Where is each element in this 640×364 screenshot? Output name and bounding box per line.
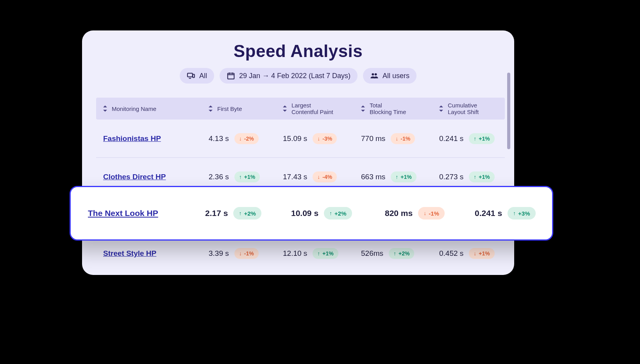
delta-value: +1% bbox=[479, 250, 490, 257]
delta-value: +1% bbox=[479, 174, 490, 180]
date-filter-label: 29 Jan → 4 Feb 2022 (Last 7 Days) bbox=[239, 72, 350, 80]
tbt-value: 526ms bbox=[361, 249, 383, 258]
delta-value: -4% bbox=[322, 174, 332, 180]
col-label: Monitoring Name bbox=[112, 105, 156, 112]
device-filter-label: All bbox=[199, 72, 207, 80]
first-byte-value: 2.36 s bbox=[209, 173, 229, 181]
arrow-down-icon: ↓ bbox=[317, 174, 320, 180]
delta-badge: ↓-2% bbox=[234, 133, 259, 144]
arrow-up-icon: ↑ bbox=[239, 211, 241, 216]
delta-value: +2% bbox=[244, 210, 256, 217]
col-label-line1: Largest bbox=[291, 102, 333, 109]
col-tbt[interactable]: Total Blocking Time bbox=[361, 102, 439, 116]
arrow-down-icon: ↓ bbox=[474, 251, 476, 256]
arrow-up-icon: ↑ bbox=[474, 174, 476, 180]
arrow-up-icon: ↑ bbox=[239, 174, 242, 180]
table-header-row: Monitoring Name First Byte Largest Conte… bbox=[96, 98, 505, 120]
delta-badge: ↓-1% bbox=[391, 133, 415, 144]
delta-badge: ↓-1% bbox=[234, 248, 259, 259]
first-byte-value: 4.13 s bbox=[209, 134, 229, 143]
col-label-line2: Contentful Paint bbox=[291, 109, 333, 115]
delta-value: -1% bbox=[429, 210, 439, 217]
delta-value: +1% bbox=[479, 136, 490, 142]
svg-rect-0 bbox=[188, 73, 193, 77]
devices-icon bbox=[187, 71, 195, 80]
table-row: Fashionistas HP4.13 s↓-2%15.09 s↓-3%770 … bbox=[96, 120, 505, 158]
svg-point-4 bbox=[375, 73, 377, 75]
arrow-up-icon: ↑ bbox=[474, 136, 476, 141]
calendar-icon bbox=[227, 71, 235, 80]
delta-badge: ↑+2% bbox=[389, 248, 414, 259]
delta-badge: ↓-3% bbox=[313, 133, 337, 144]
delta-badge: ↑+1% bbox=[391, 171, 416, 182]
cls-value: 0.241 s bbox=[439, 134, 463, 143]
arrow-up-icon: ↑ bbox=[395, 174, 398, 180]
arrow-up-icon: ↑ bbox=[317, 251, 320, 256]
lcp-value: 10.09 s bbox=[291, 209, 318, 218]
col-label-line2: Layout Shift bbox=[448, 109, 479, 115]
users-filter-label: All users bbox=[383, 72, 409, 80]
col-label-line2: Blocking Time bbox=[370, 109, 406, 115]
sort-icon bbox=[209, 105, 213, 112]
delta-badge: ↓-1% bbox=[418, 207, 445, 219]
svg-rect-2 bbox=[228, 73, 234, 79]
delta-badge: ↓+1% bbox=[469, 248, 494, 259]
col-lcp[interactable]: Largest Contentful Paint bbox=[283, 102, 361, 116]
users-filter[interactable]: All users bbox=[363, 68, 417, 84]
arrow-down-icon: ↓ bbox=[239, 251, 242, 256]
delta-badge: ↑+3% bbox=[508, 207, 535, 219]
first-byte-value: 3.39 s bbox=[209, 249, 229, 258]
col-label-line1: Total bbox=[370, 102, 406, 109]
sort-icon bbox=[439, 105, 444, 112]
filter-bar: All 29 Jan → 4 Feb 2022 (Last 7 Days) Al… bbox=[82, 68, 514, 84]
monitoring-link[interactable]: The Next Look HP bbox=[88, 209, 158, 218]
cls-value: 0.452 s bbox=[439, 249, 463, 258]
sort-icon bbox=[361, 105, 366, 112]
arrow-down-icon: ↓ bbox=[239, 136, 242, 141]
delta-badge: ↓-4% bbox=[313, 171, 337, 182]
lcp-value: 12.10 s bbox=[283, 249, 307, 258]
col-cls[interactable]: Cumulative Layout Shift bbox=[439, 102, 514, 116]
tbt-value: 820 ms bbox=[385, 209, 413, 218]
svg-rect-1 bbox=[193, 74, 195, 77]
col-monitoring-name[interactable]: Monitoring Name bbox=[103, 105, 209, 112]
arrow-down-icon: ↓ bbox=[424, 211, 426, 216]
delta-value: +2% bbox=[399, 250, 409, 257]
col-first-byte[interactable]: First Byte bbox=[209, 105, 283, 112]
device-filter[interactable]: All bbox=[180, 68, 214, 84]
arrow-up-icon: ↑ bbox=[393, 251, 396, 256]
svg-point-3 bbox=[372, 73, 374, 75]
delta-badge: ↑+1% bbox=[313, 248, 338, 259]
sort-icon bbox=[103, 105, 108, 112]
monitoring-link[interactable]: Fashionistas HP bbox=[103, 134, 161, 143]
delta-value: -2% bbox=[244, 136, 254, 142]
delta-value: -1% bbox=[400, 136, 410, 142]
col-label: First Byte bbox=[217, 105, 242, 112]
sort-icon bbox=[283, 105, 288, 112]
delta-value: +1% bbox=[244, 174, 255, 180]
delta-value: +1% bbox=[322, 250, 333, 257]
arrow-down-icon: ↓ bbox=[395, 136, 398, 141]
highlighted-row: The Next Look HP 2.17 s ↑+2% 10.09 s ↑+2… bbox=[70, 186, 553, 241]
arrow-up-icon: ↑ bbox=[513, 211, 516, 216]
page-title: Speed Analysis bbox=[82, 41, 514, 61]
delta-badge: ↑+1% bbox=[469, 171, 494, 182]
lcp-value: 17.43 s bbox=[283, 173, 307, 181]
users-icon bbox=[370, 71, 379, 80]
arrow-down-icon: ↓ bbox=[317, 136, 320, 141]
delta-value: +1% bbox=[400, 174, 411, 180]
col-label-line1: Cumulative bbox=[448, 102, 479, 109]
cls-value: 0.241 s bbox=[475, 209, 502, 218]
delta-value: -1% bbox=[244, 250, 254, 257]
tbt-value: 663 ms bbox=[361, 173, 385, 181]
delta-value: -3% bbox=[322, 136, 332, 142]
delta-value: +2% bbox=[334, 210, 346, 217]
delta-value: +3% bbox=[518, 210, 530, 217]
cls-value: 0.273 s bbox=[439, 173, 463, 181]
lcp-value: 15.09 s bbox=[283, 134, 307, 143]
delta-badge: ↑+2% bbox=[324, 207, 352, 219]
monitoring-link[interactable]: Clothes Direct HP bbox=[103, 173, 166, 181]
monitoring-link[interactable]: Street Style HP bbox=[103, 249, 156, 257]
date-filter[interactable]: 29 Jan → 4 Feb 2022 (Last 7 Days) bbox=[220, 68, 358, 84]
delta-badge: ↑+1% bbox=[234, 171, 260, 182]
